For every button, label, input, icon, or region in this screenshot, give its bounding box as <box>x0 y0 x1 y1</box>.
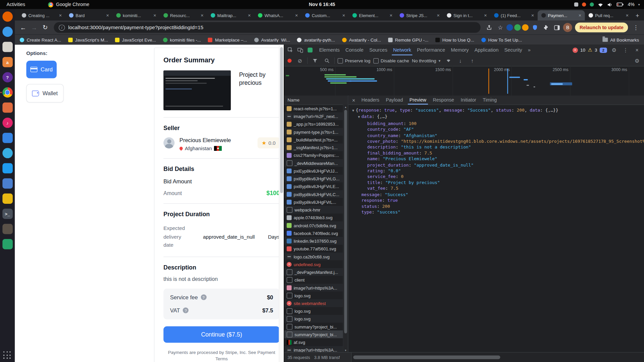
network-request-row[interactable]: _devPagesManifest.j... <box>284 268 343 276</box>
bookmark-item-4[interactable]: kominiti files -... <box>163 37 201 42</box>
console-warning-icon[interactable]: ⚠ <box>588 47 592 53</box>
puzzle-extensions-icon[interactable] <box>541 22 551 32</box>
browser-tab-11[interactable]: (1) Feed...× <box>490 10 538 21</box>
card-payment-option-button[interactable]: Card <box>26 61 57 78</box>
export-har-icon[interactable]: ↑ <box>468 56 477 65</box>
network-request-row[interactable]: _ssgManifest.js?ts=1... <box>284 143 343 151</box>
dock-item-text-editor[interactable] <box>0 100 15 115</box>
dock-item-help[interactable]: ? <box>0 70 15 85</box>
bookmark-item-6[interactable]: Avatarify_Wi... <box>254 37 290 42</box>
devtools-close-icon[interactable]: × <box>633 46 642 55</box>
detail-tab-headers[interactable]: Headers <box>358 96 383 105</box>
dock-item-vscode[interactable] <box>0 161 15 176</box>
tab-close-icon[interactable]: × <box>388 12 394 18</box>
bookmark-item-2[interactable]: JavaScript's M... <box>68 37 108 42</box>
network-overview-timeline[interactable]: 500 ms1000 ms1500 ms2000 ms2500 ms3000 m… <box>284 66 644 96</box>
network-request-row[interactable]: facebook.740f8edc.svg <box>284 229 343 237</box>
network-request-row[interactable]: af.svg <box>284 338 343 346</box>
tab-close-icon[interactable]: × <box>152 12 158 18</box>
requests-scrollbar-thumb[interactable] <box>344 110 347 334</box>
side-panel-icon[interactable] <box>552 22 562 32</box>
bookmark-item-3[interactable]: JavaScript Eve... <box>115 37 156 42</box>
devtools-tab-elements[interactable]: Elements <box>316 45 342 55</box>
vat-help-icon[interactable]: ? <box>183 308 189 313</box>
browser-tab-12[interactable]: Paymen...× <box>538 10 585 21</box>
network-request-row[interactable]: logo.ca2b0c68.svg <box>284 252 343 260</box>
network-request-row[interactable]: webpack-hmr <box>284 206 343 214</box>
network-request-row[interactable]: logo.svg <box>284 315 343 322</box>
dock-item-ubuntu-software[interactable]: a <box>0 55 15 70</box>
devtools-more-tabs[interactable]: » <box>525 45 533 55</box>
clear-network-log-icon[interactable]: ⊘ <box>295 56 304 65</box>
extension-icon-blue[interactable] <box>506 24 513 31</box>
continue-button[interactable]: Continue ($7.5) <box>163 326 280 343</box>
detail-tab-timing[interactable]: Timing <box>480 96 500 105</box>
wallet-payment-option-button[interactable]: Wallet <box>26 84 63 103</box>
requests-scrollbar[interactable]: ▲ ▼ <box>343 105 348 353</box>
dock-item-system-monitor[interactable] <box>0 130 15 145</box>
dock-item-gimp[interactable] <box>0 221 15 236</box>
throttling-dropdown[interactable]: No throttling ▼ <box>412 58 441 63</box>
browser-tab-10[interactable]: Sign in t...× <box>443 10 490 21</box>
devtools-tab-memory[interactable]: Memory <box>448 45 472 55</box>
network-request-row[interactable]: client <box>284 276 343 284</box>
console-error-icon[interactable]: × <box>573 47 578 53</box>
back-button[interactable]: ← <box>18 22 28 32</box>
device-toolbar-icon[interactable] <box>296 46 305 55</box>
browser-tab-7[interactable]: Custom...× <box>302 10 349 21</box>
browser-tab-9[interactable]: Stripe JS...× <box>396 10 443 21</box>
network-request-row[interactable]: pxiByp8kv8JHgFVrLC... <box>284 190 343 198</box>
site-info-icon[interactable]: i <box>59 24 65 31</box>
network-request-row[interactable]: android.07c5db9a.svg <box>284 221 343 229</box>
network-request-row[interactable]: pxiByp8kv8JHgFVrL... <box>284 198 343 206</box>
extension-icon-orange[interactable] <box>522 24 529 31</box>
profile-avatar[interactable]: B <box>563 23 572 32</box>
dock-item-remmina[interactable] <box>0 176 15 191</box>
network-request-row[interactable]: ×site.webmanifest <box>284 299 343 307</box>
extension-icon-green[interactable] <box>514 24 521 31</box>
bookmark-item-7[interactable]: avatarify-pyth... <box>297 37 335 42</box>
bookmark-item-11[interactable]: How To Set Up... <box>481 37 522 42</box>
network-request-row[interactable]: image?url=https%3A... <box>284 346 343 353</box>
shield-extension-icon[interactable] <box>530 22 540 32</box>
tab-close-icon[interactable]: × <box>483 12 488 18</box>
address-bar[interactable]: i localhost:3000/payment/payment-type?pr… <box>54 22 481 33</box>
preserve-log-checkbox[interactable]: Preserve log <box>338 58 371 63</box>
search-icon[interactable] <box>322 56 331 65</box>
network-request-row[interactable]: pxiByp8kv8JHgFVrLG... <box>284 175 343 182</box>
detail-tab-payload[interactable]: Payload <box>383 96 406 105</box>
devtools-tab-application[interactable]: Application <box>472 45 501 55</box>
tab-close-icon[interactable]: × <box>57 12 63 18</box>
scroll-up-icon[interactable]: ▲ <box>343 105 348 109</box>
tab-close-icon[interactable]: × <box>341 12 346 18</box>
devtools-extension-icon[interactable] <box>306 46 315 55</box>
browser-tab-2[interactable]: Bard× <box>65 10 113 21</box>
tab-close-icon[interactable]: × <box>199 12 205 18</box>
tab-close-icon[interactable]: × <box>624 12 630 18</box>
show-applications-button[interactable] <box>3 351 11 359</box>
network-request-row[interactable]: summary?project_bi... <box>284 323 343 330</box>
close-detail-icon[interactable]: × <box>349 96 358 105</box>
system-tray[interactable]: 4% ▾ <box>574 2 644 7</box>
network-request-row[interactable]: payment-type.js?ts=1... <box>284 128 343 136</box>
service-fee-help-icon[interactable]: ? <box>201 295 206 300</box>
dock-item-terminal[interactable]: >_ <box>0 206 15 221</box>
network-request-row[interactable]: css2?family=Poppins:... <box>284 151 343 159</box>
tab-close-icon[interactable]: × <box>435 12 441 18</box>
bookmark-item-10[interactable]: How to Use Q... <box>435 37 474 42</box>
browser-tab-4[interactable]: Resourc...× <box>160 10 207 21</box>
reload-button[interactable]: ↻ <box>40 22 50 32</box>
network-request-row[interactable]: linkedin.9e107650.svg <box>284 237 343 245</box>
detail-horizontal-scrollbar-thumb[interactable] <box>353 355 500 359</box>
network-request-row[interactable]: summary?project_bi... <box>284 330 343 338</box>
network-request-row[interactable]: pxiEyp8kv8JHgFVrJJ... <box>284 167 343 175</box>
browser-menu-icon[interactable]: ⋮ <box>631 22 641 32</box>
expand-toggle-icon[interactable]: ▼ <box>357 115 362 121</box>
tab-close-icon[interactable]: × <box>247 12 252 18</box>
network-request-row[interactable]: image?url=https%3A... <box>284 284 343 291</box>
tab-close-icon[interactable]: × <box>294 12 300 18</box>
dock-item-files[interactable] <box>0 39 15 54</box>
focused-app-indicator[interactable]: Google Chrome <box>48 2 90 7</box>
bookmark-star-icon[interactable]: ☆ <box>495 22 505 32</box>
bookmark-item-1[interactable]: Create React A... <box>20 37 61 42</box>
